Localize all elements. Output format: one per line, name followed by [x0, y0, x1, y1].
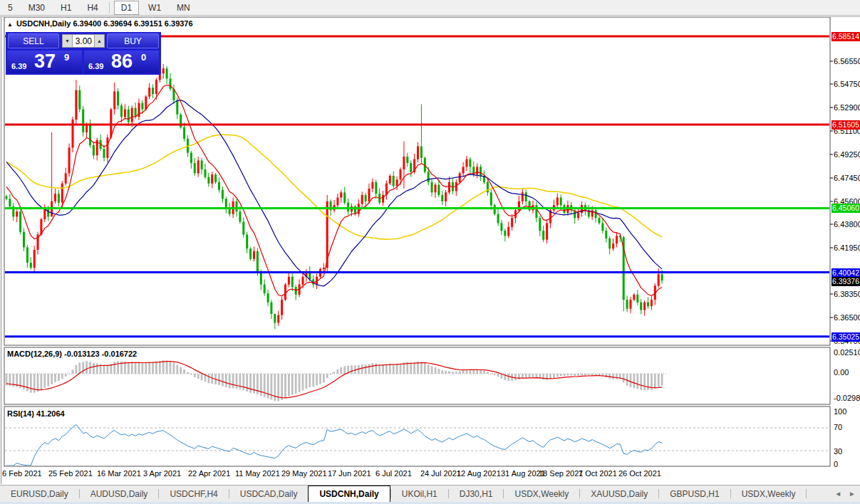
macd-indicator-label: MACD(12,26,9) -0.013123 -0.016722 — [7, 350, 137, 358]
date-axis-label: 16 Mar 2021 — [97, 469, 141, 478]
rsi-pane-frame — [4, 406, 830, 466]
date-axis-label: 18 Sep 2021 — [539, 469, 583, 478]
price-axis-area[interactable] — [831, 17, 860, 466]
date-axis-label: 25 Feb 2021 — [48, 469, 93, 478]
date-axis-label: 6 Feb 2021 — [2, 469, 42, 478]
chart-tab-usdcad-daily[interactable]: USDCAD,Daily — [229, 485, 309, 502]
chart-tab-xauusd-daily[interactable]: XAUUSD,Daily — [580, 485, 658, 502]
tab-separator — [806, 489, 807, 498]
chart-tab-gbpusd-h1[interactable]: GBPUSD,H1 — [659, 485, 730, 502]
chart-tab-dj30-h1[interactable]: DJ30,H1 — [449, 485, 504, 502]
chart-tab-eurusd-daily[interactable]: EURUSD,Daily — [0, 485, 79, 502]
chart-tab-usdx-weekly[interactable]: USDX,Weekly — [504, 485, 579, 502]
date-axis-label: 7 Oct 2021 — [579, 469, 617, 478]
rsi-indicator-label: RSI(14) 41.2064 — [7, 409, 65, 418]
chart-tab-ukoil-h1[interactable]: UKOil,H1 — [391, 485, 448, 502]
chart-tab-usdchf-h4[interactable]: USDCHF,H4 — [159, 485, 228, 502]
tab-scroll-left-icon[interactable]: ◄ — [834, 490, 841, 498]
tab-scroll-right-icon[interactable]: ► — [849, 490, 856, 498]
trading-platform-window: 5M30H1H4D1W1MN ▲USDCNH,Daily 6.39400 6.3… — [0, 0, 860, 504]
date-axis-label: 24 Jul 2021 — [420, 469, 461, 478]
chart-tab-usdx-weekly[interactable]: USDX,Weekly — [731, 485, 807, 502]
chart-tab-audusd-daily[interactable]: AUDUSD,Daily — [80, 485, 159, 502]
date-axis-label: 12 Aug 2021 — [457, 469, 501, 478]
date-axis-label: 29 May 2021 — [281, 469, 327, 478]
chart-plot-area[interactable] — [4, 17, 830, 345]
date-axis-label: 3 Apr 2021 — [143, 469, 181, 478]
tab-scroll-arrows: ◄ ► — [834, 485, 856, 502]
date-axis-label: 26 Oct 2021 — [618, 469, 661, 478]
chart-tab-bar: EURUSD,DailyAUDUSD,DailyUSDCHF,H4USDCAD,… — [0, 485, 860, 502]
date-axis-label: 22 Apr 2021 — [188, 469, 230, 478]
date-axis-label: 6 Jul 2021 — [375, 469, 412, 478]
chart-tab-usdcnh-daily[interactable]: USDCNH,Daily — [308, 485, 390, 502]
date-axis-label: 17 Jun 2021 — [328, 469, 371, 478]
date-axis-label: 11 May 2021 — [235, 469, 280, 478]
